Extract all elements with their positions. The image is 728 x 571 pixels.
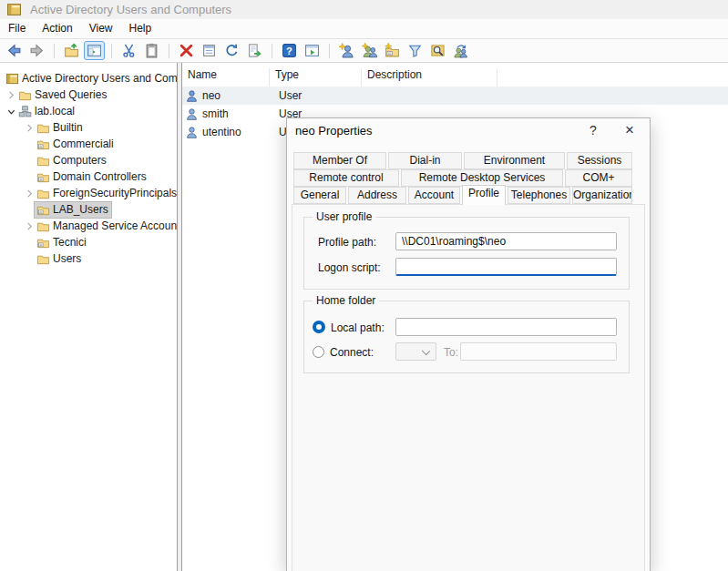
dialog-help-button[interactable]: ? — [583, 122, 603, 139]
refresh-button[interactable] — [221, 41, 242, 60]
tab-com-plus[interactable]: COM+ — [565, 169, 632, 187]
show-hide-console-tree-button[interactable] — [84, 41, 105, 60]
up-one-level-icon — [64, 43, 79, 58]
tab-address[interactable]: Address — [348, 187, 406, 204]
tree-item-foreign-security-principals[interactable]: ForeignSecurityPrincipals — [0, 185, 177, 201]
connect-radio[interactable] — [313, 346, 324, 358]
find-icon — [430, 43, 446, 58]
menu-file[interactable]: File — [0, 19, 34, 38]
forward-icon — [29, 43, 45, 58]
tab-organization[interactable]: Organization — [572, 187, 632, 204]
new-window-button[interactable] — [302, 41, 323, 60]
filter-button[interactable] — [405, 41, 426, 60]
tab-sessions[interactable]: Sessions — [567, 152, 632, 169]
new-group-icon — [362, 43, 377, 58]
drive-letter-dropdown[interactable] — [395, 342, 436, 361]
tab-account[interactable]: Account — [408, 187, 460, 204]
paste-button[interactable] — [141, 41, 162, 60]
window-title: Active Directory Users and Computers — [30, 3, 231, 16]
tab-member-of[interactable]: Member Of — [293, 152, 386, 169]
tree-item-root[interactable]: Active Directory Users and Computers — [0, 70, 177, 87]
properties-button[interactable] — [199, 41, 220, 60]
chevron-right-icon[interactable] — [5, 89, 16, 100]
close-icon[interactable]: × — [617, 121, 642, 140]
tab-dial-in[interactable]: Dial-in — [388, 152, 462, 169]
cut-button[interactable] — [118, 41, 139, 60]
tree-item-lab-users[interactable]: LAB_Users — [0, 201, 177, 218]
tree-item-tecnici[interactable]: Tecnici — [0, 234, 177, 250]
window-titlebar: Active Directory Users and Computers — [0, 0, 728, 19]
toolbar-separator — [54, 44, 55, 58]
profile-path-label: Profile path: — [318, 236, 376, 249]
tree-item-lab-local[interactable]: lab.local — [0, 103, 177, 119]
cell-name: neo — [202, 89, 220, 102]
tab-remote-control[interactable]: Remote control — [293, 169, 399, 187]
folder-icon — [36, 121, 50, 135]
forward-button[interactable] — [26, 41, 47, 60]
chevron-down-icon[interactable] — [5, 106, 16, 117]
new-user-icon — [339, 43, 354, 58]
user-profile-legend: User profile — [313, 210, 375, 223]
tree-item-commerciali[interactable]: Commerciali — [0, 136, 177, 152]
folder-icon — [36, 252, 50, 266]
ou-folder-icon — [36, 203, 50, 217]
profile-path-input[interactable] — [395, 232, 617, 250]
mmc-console-icon — [6, 2, 22, 17]
chevron-right-icon[interactable] — [24, 122, 35, 133]
ou-folder-icon — [36, 138, 50, 151]
export-list-button[interactable] — [244, 41, 265, 60]
column-header-description[interactable]: Description — [362, 68, 497, 87]
dialog-title: neo Properties — [295, 124, 373, 138]
toolbar-separator — [169, 44, 169, 58]
tab-telephones[interactable]: Telephones — [508, 187, 570, 204]
find-button[interactable] — [427, 41, 448, 60]
delegate-control-button[interactable] — [450, 41, 471, 60]
export-list-icon — [247, 43, 262, 58]
delete-button[interactable] — [176, 41, 197, 60]
tree-item-domain-controllers[interactable]: Domain Controllers — [0, 168, 177, 185]
tree-item-users[interactable]: Users — [0, 250, 177, 267]
new-window-icon — [304, 43, 320, 58]
tab-general[interactable]: General — [293, 187, 346, 204]
folder-icon — [36, 219, 50, 233]
local-path-radio[interactable] — [313, 321, 325, 333]
tab-environment[interactable]: Environment — [464, 152, 565, 169]
neo-properties-dialog: neo Properties ? × Member Of Dial-in Env… — [286, 117, 651, 571]
new-user-button[interactable] — [336, 41, 357, 60]
local-path-input[interactable] — [395, 318, 617, 336]
connect-label: Connect: — [330, 346, 374, 359]
tree-item-builtin[interactable]: Builtin — [0, 119, 177, 136]
help-button[interactable]: ? — [279, 41, 300, 60]
list-row-neo[interactable]: neo User — [182, 87, 728, 105]
chevron-right-icon[interactable] — [24, 220, 35, 231]
back-button[interactable] — [4, 41, 25, 60]
chevron-right-icon[interactable] — [24, 188, 35, 199]
tab-profile[interactable]: Profile — [462, 185, 506, 205]
menu-help[interactable]: Help — [121, 19, 160, 38]
column-header-type[interactable]: Type — [270, 68, 362, 87]
tree-item-computers[interactable]: Computers — [0, 152, 177, 168]
up-one-level-button[interactable] — [61, 41, 82, 60]
menu-action[interactable]: Action — [34, 19, 80, 38]
tree-item-saved-queries[interactable]: Saved Queries — [0, 87, 177, 103]
user-icon — [185, 126, 199, 139]
connect-to-input[interactable] — [460, 342, 617, 361]
new-group-button[interactable] — [359, 41, 380, 60]
domain-icon — [18, 105, 32, 118]
console-tree-pane: Active Directory Users and Computers Sav… — [0, 63, 177, 571]
tab-row-1: Member Of Dial-in Environment Sessions — [293, 152, 632, 169]
folder-icon — [18, 88, 32, 102]
cell-name: utentino — [202, 126, 241, 138]
toolbar-separator — [329, 44, 330, 58]
filter-icon — [407, 43, 423, 58]
toolbar-separator — [111, 44, 112, 58]
delete-icon — [179, 43, 194, 58]
refresh-icon — [224, 43, 240, 58]
column-header-name[interactable]: Name — [182, 68, 270, 87]
home-folder-legend: Home folder — [313, 294, 379, 307]
new-org-unit-button[interactable] — [382, 41, 403, 60]
tree-item-managed-service-accounts[interactable]: Managed Service Accounts — [0, 218, 177, 234]
to-label: To: — [444, 346, 458, 359]
menu-view[interactable]: View — [81, 19, 121, 38]
logon-script-input[interactable] — [395, 258, 617, 276]
